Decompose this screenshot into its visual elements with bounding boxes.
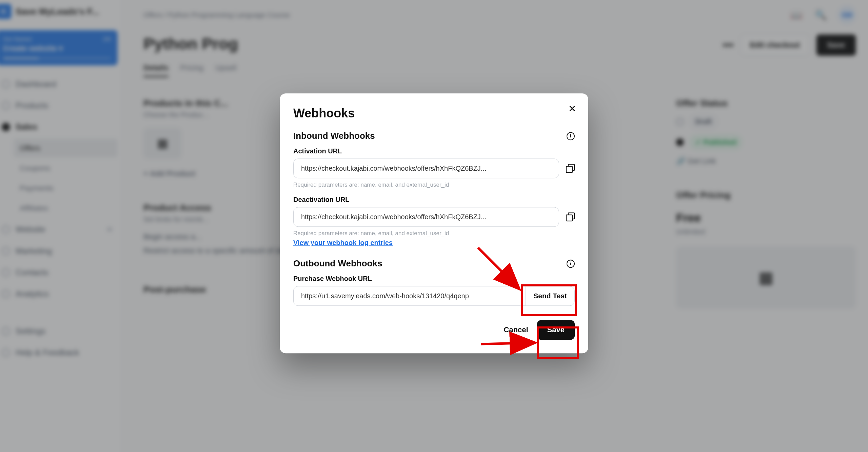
activation-label: Activation URL [293, 147, 575, 155]
inbound-section-head: Inbound Webhooks i [293, 131, 575, 141]
log-entries-link[interactable]: View your webhook log entries [293, 239, 393, 247]
purchase-url-input[interactable] [293, 286, 526, 306]
outbound-title: Outbound Webhooks [293, 258, 382, 269]
purchase-row: Send Test [293, 286, 575, 306]
deactivation-label: Deactivation URL [293, 196, 575, 204]
activation-hint: Required parameters are: name, email, an… [293, 182, 575, 188]
outbound-section-head: Outbound Webhooks i [293, 258, 575, 269]
info-icon[interactable]: i [567, 132, 575, 140]
copy-icon[interactable] [566, 212, 575, 221]
send-test-button[interactable]: Send Test [526, 286, 575, 306]
activation-url-input[interactable] [293, 158, 559, 178]
webhooks-modal: ✕ Webhooks Inbound Webhooks i Activation… [280, 93, 588, 353]
activation-row [293, 158, 575, 178]
deactivation-url-input[interactable] [293, 207, 559, 227]
modal-save-button[interactable]: Save [537, 320, 575, 340]
inbound-title: Inbound Webhooks [293, 131, 375, 141]
info-icon[interactable]: i [567, 260, 575, 268]
close-icon[interactable]: ✕ [568, 104, 576, 114]
cancel-button[interactable]: Cancel [504, 325, 528, 334]
deactivation-hint: Required parameters are: name, email, an… [293, 230, 575, 237]
modal-footer: Cancel Save [293, 320, 575, 340]
deactivation-row [293, 207, 575, 227]
modal-title: Webhooks [293, 106, 575, 120]
purchase-label: Purchase Webhook URL [293, 275, 575, 283]
copy-icon[interactable] [566, 164, 575, 173]
